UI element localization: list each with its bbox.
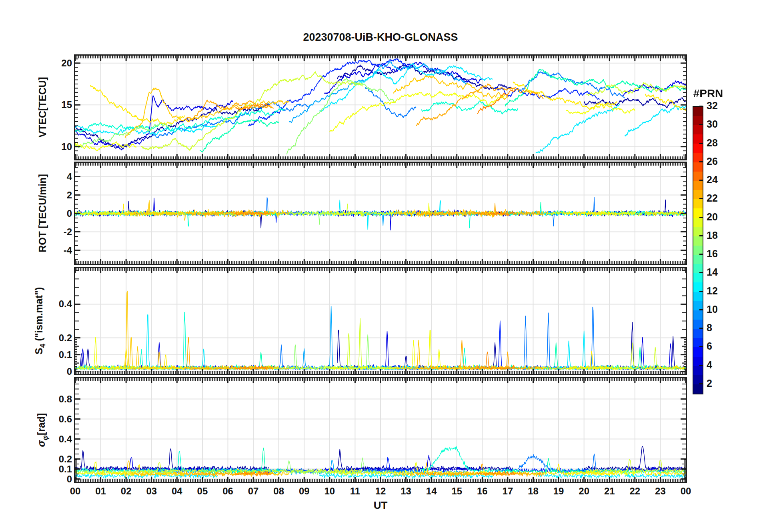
panel-vtec — [74, 54, 687, 160]
x-tick-label: 13 — [393, 486, 419, 497]
panel-sigphi — [74, 377, 687, 483]
x-tick-label: 15 — [444, 486, 470, 497]
colorbar-tick-label: 12 — [707, 285, 731, 297]
y-axis-label-text: S — [33, 348, 44, 355]
colorbar-tick-label: 6 — [707, 340, 731, 352]
x-tick-label: 03 — [139, 486, 164, 497]
x-tick-label: 18 — [521, 486, 546, 497]
colorbar-tick — [699, 235, 703, 236]
plot-area-rot — [75, 163, 686, 264]
colorbar-tick — [699, 346, 703, 347]
y-tick-label-rot: 0 — [44, 208, 72, 219]
colorbar-tick-label: 30 — [707, 118, 731, 130]
colorbar-tick-label: 32 — [707, 100, 731, 112]
y-axis-label-subscript: 4 — [39, 344, 47, 348]
y-tick-label-sigphi: 0.6 — [44, 414, 72, 425]
glonass-ism-figure: 20230708-UiB-KHO-GLONASS VTEC[TECU] ROT … — [0, 0, 761, 532]
y-tick-label-rot: 2 — [44, 190, 72, 201]
colorbar-tick — [699, 309, 703, 310]
y-tick-label-rot: -4 — [44, 245, 72, 256]
x-tick-label: 23 — [647, 486, 673, 497]
y-tick-label-sigphi: 0 — [44, 474, 72, 485]
x-tick-label: 12 — [368, 486, 393, 497]
x-axis-label: UT — [75, 499, 686, 512]
x-tick-label: 02 — [113, 486, 139, 497]
y-axis-label-text: ("ism.mat") — [33, 287, 44, 344]
y-tick-label-s4: 0.2 — [44, 332, 72, 344]
colorbar-tick-label: 22 — [707, 192, 731, 204]
colorbar-tick-label: 10 — [707, 304, 731, 315]
x-tick-label: 00 — [62, 486, 88, 497]
colorbar-tick — [699, 272, 703, 273]
y-tick-label-s4: 0.4 — [44, 298, 72, 310]
x-tick-label: 22 — [622, 486, 648, 497]
x-tick-label: 07 — [240, 486, 266, 497]
colorbar-tick — [699, 383, 703, 384]
chart-title: 20230708-UiB-KHO-GLONASS — [75, 31, 686, 44]
x-tick-label: 21 — [597, 486, 622, 497]
x-tick-label: 14 — [419, 486, 444, 497]
colorbar-tick-label: 26 — [707, 156, 731, 167]
plot-area-sigphi — [75, 378, 686, 482]
colorbar-tick — [699, 254, 703, 255]
y-tick-label-rot: -2 — [44, 226, 72, 238]
colorbar — [693, 106, 703, 394]
colorbar-tick — [699, 365, 703, 366]
x-tick-label: 19 — [546, 486, 571, 497]
colorbar-tick — [699, 143, 703, 144]
x-tick-label: 08 — [266, 486, 292, 497]
y-tick-label-vtec: 20 — [44, 58, 72, 69]
colorbar-tick — [699, 124, 703, 125]
x-tick-label: 04 — [164, 486, 190, 497]
y-axis-label-s4: S4 ("ism.mat") — [33, 287, 47, 355]
colorbar-tick — [699, 198, 703, 199]
x-tick-label: 06 — [215, 486, 241, 497]
colorbar-tick — [699, 180, 703, 181]
x-tick-label: 05 — [190, 486, 215, 497]
x-tick-label: 20 — [571, 486, 597, 497]
colorbar-tick — [699, 161, 703, 162]
colorbar-tick — [699, 328, 703, 329]
colorbar-tick-label: 14 — [707, 266, 731, 278]
y-tick-label-sigphi: 0.1 — [44, 464, 72, 475]
y-tick-label-rot: 4 — [44, 171, 72, 182]
x-tick-label: 10 — [317, 486, 342, 497]
colorbar-tick — [699, 106, 703, 107]
panel-s4 — [74, 267, 687, 375]
y-tick-label-s4: 0.1 — [44, 349, 72, 360]
x-tick-label: 01 — [88, 486, 114, 497]
y-tick-label-vtec: 10 — [44, 141, 72, 152]
x-tick-label: 16 — [469, 486, 495, 497]
y-tick-label-s4: 0 — [44, 366, 72, 377]
colorbar-tick-label: 28 — [707, 137, 731, 149]
x-tick-label: 09 — [291, 486, 317, 497]
colorbar-tick — [699, 217, 703, 218]
x-tick-label: 17 — [495, 486, 521, 497]
colorbar-tick-label: 24 — [707, 174, 731, 186]
colorbar-tick-label: 18 — [707, 230, 731, 241]
x-tick-label: 11 — [342, 486, 368, 497]
y-tick-label-sigphi: 0.8 — [44, 394, 72, 405]
y-tick-label-sigphi: 0.4 — [44, 434, 72, 445]
colorbar-tick-label: 16 — [707, 248, 731, 260]
colorbar-title: #PRN — [684, 87, 732, 100]
colorbar-tick-label: 8 — [707, 322, 731, 334]
panel-rot — [74, 162, 687, 265]
y-tick-label-sigphi: 0.2 — [44, 454, 72, 465]
plot-area-vtec — [75, 56, 686, 159]
colorbar-tick-label: 4 — [707, 359, 731, 371]
colorbar-tick — [699, 291, 703, 292]
y-tick-label-vtec: 15 — [44, 99, 72, 110]
colorbar-tick-label: 20 — [707, 211, 731, 223]
colorbar-tick-label: 2 — [707, 378, 731, 389]
plot-area-s4 — [75, 268, 686, 374]
x-tick-label: 00 — [673, 486, 699, 497]
